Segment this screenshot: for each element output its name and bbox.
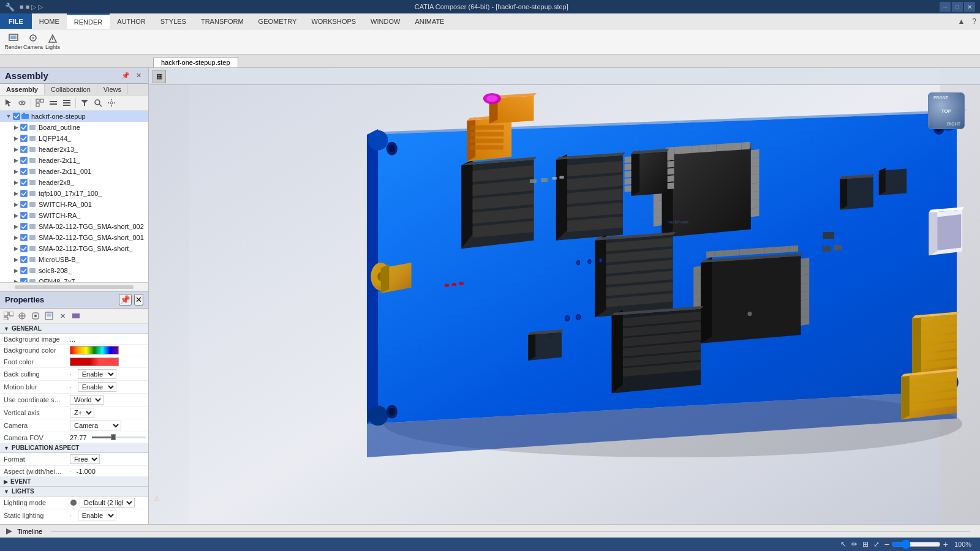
zoom-slider[interactable]	[892, 539, 941, 549]
assembly-tab-assembly[interactable]: Assembly	[0, 84, 45, 95]
tree-expand[interactable]: ▶	[12, 157, 20, 164]
asm-tb-btn-search[interactable]	[92, 97, 104, 109]
maximize-button[interactable]: □	[952, 2, 963, 12]
zoom-out-btn[interactable]: −	[884, 540, 889, 549]
prop-section-event[interactable]: ▶ EVENT	[0, 477, 148, 487]
status-cursor-btn[interactable]: ↖	[840, 540, 846, 549]
vertical-axis-dropdown[interactable]: Z+Y+X+	[70, 408, 94, 418]
tree-expand-root[interactable]: ▼	[5, 113, 12, 120]
asm-tb-btn-list[interactable]	[61, 97, 73, 109]
coord-sys-dropdown[interactable]: WorldLocal	[70, 395, 104, 405]
minimize-button[interactable]: ─	[940, 2, 951, 12]
tab-author[interactable]: AUTHOR	[110, 13, 153, 29]
tree-item[interactable]: ▶ header2x8_	[0, 177, 148, 188]
timeline-track[interactable]	[51, 531, 970, 532]
motion-blur-dropdown[interactable]: EnableDisable	[78, 382, 116, 392]
properties-close-btn[interactable]: ✕	[134, 294, 143, 305]
vp-btn-grid[interactable]: ▦	[153, 70, 166, 83]
asm-tb-btn-eye[interactable]	[16, 97, 28, 109]
tree-item[interactable]: ▶ QFN48_7x7_	[0, 276, 148, 282]
tree-item[interactable]: ▶ Board_outline	[0, 122, 148, 133]
viewport[interactable]: ▦	[149, 68, 980, 524]
prop-tb-btn-1[interactable]	[2, 310, 15, 322]
ribbon-btn-1[interactable]: Render	[5, 31, 22, 52]
prop-section-general[interactable]: ▼ GENERAL	[0, 324, 148, 334]
tree-expand[interactable]: ▶	[12, 179, 20, 186]
ribbon-btn-2[interactable]: Camera	[24, 31, 42, 52]
tree-expand[interactable]: ▶	[12, 124, 20, 131]
tree-expand[interactable]: ▶	[12, 245, 20, 252]
tab-workshops[interactable]: WORKSHOPS	[304, 13, 363, 29]
ribbon-collapse-btn[interactable]: ▲	[954, 17, 968, 26]
prop-tb-btn-5[interactable]: ✕	[56, 310, 69, 322]
tree-item[interactable]: ▶ SWITCH-RA_	[0, 210, 148, 221]
foot-color-swatch[interactable]	[70, 358, 119, 366]
assembly-tab-views[interactable]: Views	[97, 84, 128, 95]
fov-slider[interactable]	[92, 434, 146, 441]
camera-dropdown[interactable]: CameraPerspective	[70, 421, 121, 430]
tree-expand[interactable]: ▶	[12, 256, 20, 263]
tree-item[interactable]: ▶ tqfp100_17x17_100_	[0, 188, 148, 199]
tab-transform[interactable]: TRANSFORM	[194, 13, 251, 29]
properties-pin-btn[interactable]: 📌	[119, 294, 132, 305]
tree-item[interactable]: ▶ SMA-02-112-TGG_SMA-short_002	[0, 221, 148, 232]
nav-cube[interactable]: TOP FRONT RIGHT	[928, 92, 968, 132]
tree-item[interactable]: ▶ LQFP144_	[0, 133, 148, 144]
format-dropdown[interactable]: Free4:316:9	[70, 454, 100, 464]
tree-expand[interactable]: ▶	[12, 146, 20, 153]
tree-item[interactable]: ▶ header-2x11_001	[0, 166, 148, 177]
tree-item[interactable]: ▶ SWITCH-RA_001	[0, 199, 148, 210]
tree-expand[interactable]: ▶	[12, 278, 20, 282]
status-expand-btn[interactable]: ⤢	[873, 540, 880, 549]
static-lighting-dropdown[interactable]: EnableDisable	[78, 511, 116, 520]
tree-expand[interactable]: ▶	[12, 201, 20, 208]
lighting-mode-dropdown[interactable]: Default (2 lightCustom	[80, 498, 135, 508]
prop-tb-btn-6[interactable]	[70, 310, 82, 322]
status-pencil-btn[interactable]: ✏	[851, 540, 858, 549]
prop-tb-btn-2[interactable]	[16, 310, 28, 322]
tree-expand[interactable]: ▶	[12, 234, 20, 241]
asm-tb-btn-collapse[interactable]	[47, 97, 59, 109]
tree-item[interactable]: ▶ header2x13_	[0, 144, 148, 155]
tab-window[interactable]: WINDOW	[363, 13, 407, 29]
tree-item[interactable]: ▶ MicroUSB-B_	[0, 254, 148, 265]
doc-tab-active[interactable]: hackrf-one-stepup.step	[153, 57, 238, 67]
tree-item[interactable]: ▶ soic8-208_	[0, 265, 148, 276]
ribbon-help-btn[interactable]: ?	[968, 17, 980, 26]
bg-color-swatch[interactable]	[70, 346, 119, 354]
prop-val-bg-color[interactable]	[67, 345, 148, 356]
tree-expand[interactable]: ▶	[12, 190, 20, 197]
tree-expand[interactable]: ▶	[12, 212, 20, 219]
tree-item[interactable]: ▶ SMA-02-112-TGG_SMA-short_001	[0, 232, 148, 243]
status-grid-btn[interactable]: ⊞	[862, 540, 869, 549]
tree-item[interactable]: ▶ header-2x11_	[0, 155, 148, 166]
assembly-tab-collaboration[interactable]: Collaboration	[45, 84, 97, 95]
tree-expand[interactable]: ▶	[12, 223, 20, 230]
tab-styles[interactable]: STYLES	[153, 13, 194, 29]
asm-tb-btn-settings[interactable]	[105, 97, 118, 109]
tree-root[interactable]: ▼ hackrf-one-stepup	[0, 111, 148, 122]
prop-val-foot-color[interactable]	[67, 356, 148, 367]
back-culling-dropdown[interactable]: EnableDisable	[78, 369, 116, 379]
assembly-pin-btn[interactable]: 📌	[119, 71, 132, 80]
prop-section-lights[interactable]: ▼ LIGHTS	[0, 487, 148, 497]
prop-tb-btn-4[interactable]	[43, 310, 55, 322]
zoom-in-btn[interactable]: +	[943, 540, 948, 549]
tree-item[interactable]: ▶ SMA-02-112-TGG_SMA-short_	[0, 243, 148, 254]
ribbon-btn-3[interactable]: Lights	[44, 31, 61, 52]
prop-tb-btn-3[interactable]	[29, 310, 42, 322]
asm-tb-btn-expand[interactable]	[34, 97, 46, 109]
tab-render[interactable]: RENDER	[67, 13, 110, 29]
tree-expand[interactable]: ▶	[12, 168, 20, 175]
tree-expand[interactable]: ▶	[12, 135, 20, 142]
tree-expand[interactable]: ▶	[12, 267, 20, 274]
tree-hscrollbar[interactable]	[0, 282, 148, 291]
tab-home[interactable]: HOME	[32, 13, 67, 29]
tab-animate[interactable]: ANIMATE	[407, 13, 451, 29]
tab-geometry[interactable]: GEOMETRY	[251, 13, 304, 29]
tab-file[interactable]: FILE	[0, 13, 32, 29]
asm-tb-btn-filter[interactable]	[78, 97, 91, 109]
prop-section-publication[interactable]: ▼ PUBLICATION ASPECT	[0, 443, 148, 453]
asm-tb-btn-select[interactable]	[2, 97, 15, 109]
close-button[interactable]: ✕	[964, 2, 975, 12]
